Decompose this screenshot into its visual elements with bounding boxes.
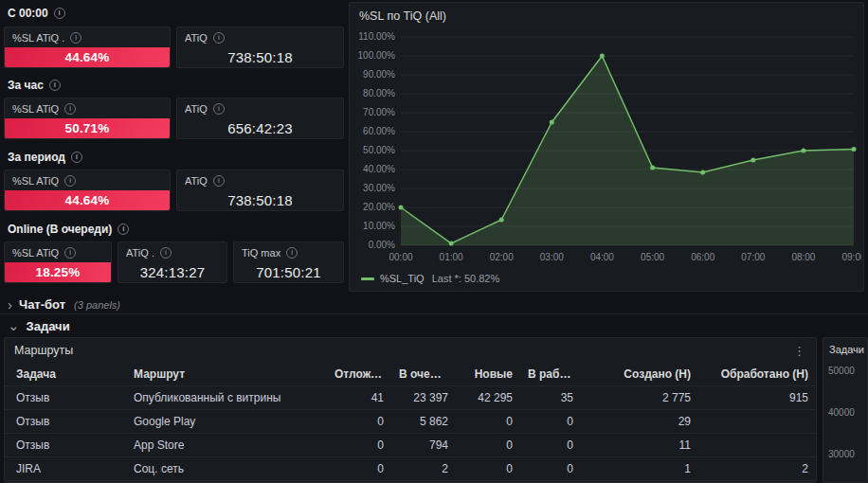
axis-tick-label: 40000 [828, 407, 855, 418]
row-toggle-chatbot[interactable]: › Чат-бот (3 panels) [0, 295, 868, 314]
panel-menu-icon[interactable]: ⋮ [790, 344, 808, 358]
info-icon[interactable]: i [160, 247, 172, 259]
info-icon[interactable]: i [64, 175, 76, 187]
svg-text:0.00%: 0.00% [369, 240, 395, 250]
section-label-period: За период i [8, 150, 82, 165]
svg-text:50.00%: 50.00% [363, 145, 395, 155]
info-icon[interactable]: i [71, 152, 82, 163]
info-icon[interactable]: i [70, 32, 81, 44]
svg-text:07:00: 07:00 [741, 252, 765, 262]
panel-title[interactable]: ATiQ . [126, 247, 154, 259]
table-cell: 0 [327, 434, 391, 457]
table-cell: Отзыв [5, 386, 126, 410]
timeseries-panel: %SL по TiQ (All) 0.00%10.00%20.00%30.00%… [349, 2, 864, 292]
table-cell [698, 434, 816, 457]
row-title: Задачи [27, 319, 70, 333]
info-icon[interactable]: i [213, 175, 225, 187]
panel-title[interactable]: Маршруты [14, 344, 73, 357]
table-cell: 23 397 [391, 386, 456, 410]
section-label-hour: За час i [8, 78, 61, 93]
stat-value: 18.25% [5, 262, 111, 282]
panel-title[interactable]: %SL по TiQ (All) [350, 3, 863, 23]
legend-last-value: Last *: 50.82% [432, 273, 500, 284]
panel-title[interactable]: ATiQ [185, 103, 208, 115]
svg-text:40.00%: 40.00% [363, 164, 395, 174]
table-cell: 0 [520, 410, 581, 434]
stat-value: 701:50:21 [234, 262, 343, 282]
panel-title[interactable]: Задачи (All [823, 338, 867, 355]
table-cell: 0 [456, 410, 520, 434]
section-label-online: Online (В очереди) i [8, 222, 129, 237]
stat-panel-atiq: ATiQ i 656:42:23 [176, 98, 344, 139]
panel-title[interactable]: %SL ATiQ [12, 247, 59, 259]
info-icon[interactable]: i [64, 247, 76, 259]
svg-text:00:00: 00:00 [389, 252, 412, 262]
table-header-row: ЗадачаМаршрутОтложеныВ очереди ↓НовыеВ р… [5, 363, 816, 386]
stat-value: 738:50:18 [177, 190, 343, 210]
info-icon[interactable]: i [213, 103, 225, 115]
table-cell: Отзыв [5, 434, 126, 457]
tasks-chart-panel: Задачи (All 50000 40000 30000 [823, 337, 868, 483]
column-header[interactable]: Новые [456, 363, 520, 386]
svg-text:08:00: 08:00 [791, 252, 815, 262]
table-cell: 35 [520, 386, 581, 410]
table-cell: 1 [581, 457, 698, 481]
info-icon[interactable]: i [213, 32, 225, 44]
routes-table-panel: Маршруты ⋮ ЗадачаМаршрутОтложеныВ очеред… [4, 337, 817, 483]
info-icon[interactable]: i [64, 103, 76, 115]
row-toggle-tasks[interactable]: ⌄ Задачи [0, 318, 868, 333]
svg-text:04:00: 04:00 [590, 252, 614, 262]
svg-text:20.00%: 20.00% [363, 202, 395, 212]
table-cell [698, 410, 816, 434]
table-row: ОтзывОпубликованный с витрины4123 39742 … [5, 386, 816, 410]
column-header[interactable]: Маршрут [126, 363, 327, 386]
section-label-from-midnight: С 00:00 i [8, 6, 65, 21]
column-header[interactable]: Обработано (Н) [698, 363, 816, 386]
stat-value: 656:42:23 [177, 118, 343, 138]
table-row: JIRAСоц. сеть020012 [5, 457, 816, 481]
column-header[interactable]: В работе [520, 363, 581, 386]
table-cell: 0 [456, 457, 520, 481]
chevron-right-icon: › [8, 299, 12, 311]
panel-title[interactable]: %SL ATiQ [12, 103, 59, 115]
stat-panel-sl-atiq: %SL ATiQ i 18.25% [4, 242, 112, 283]
table-cell: 2 [698, 457, 816, 481]
panel-title[interactable]: ATiQ [185, 32, 208, 44]
info-icon[interactable]: i [286, 247, 298, 259]
info-icon[interactable]: i [54, 8, 65, 19]
chevron-down-icon: ⌄ [8, 320, 20, 331]
svg-text:06:00: 06:00 [691, 252, 714, 262]
timeseries-plot[interactable]: 0.00%10.00%20.00%30.00%40.00%50.00%60.00… [353, 27, 861, 266]
table-cell: 2 [391, 457, 456, 481]
panel-title[interactable]: %SL ATiQ [12, 175, 59, 187]
info-icon[interactable]: i [49, 80, 61, 91]
legend-series-name[interactable]: %SL_TiQ [380, 273, 425, 284]
section-title: С 00:00 [8, 7, 48, 20]
table-cell: 0 [520, 457, 581, 481]
column-header[interactable]: В очереди ↓ [391, 363, 456, 386]
table-cell: App Store [126, 434, 327, 457]
stat-value: 50.71% [5, 118, 170, 138]
column-header[interactable]: Отложены [327, 363, 391, 386]
table-cell: 5 862 [391, 410, 456, 434]
table-cell: 794 [391, 434, 456, 457]
svg-text:90.00%: 90.00% [363, 69, 395, 80]
table-cell: 915 [698, 386, 816, 410]
panel-title[interactable]: ATiQ [185, 175, 208, 187]
table-cell: 11 [581, 434, 698, 457]
panel-title[interactable]: %SL ATiQ . [12, 32, 64, 44]
svg-text:70.00%: 70.00% [363, 107, 395, 117]
column-header[interactable]: Задача [5, 363, 126, 386]
panel-title[interactable]: TiQ max [242, 247, 280, 259]
table-cell: Соц. сеть [126, 457, 327, 481]
stat-panel-sl-atiq: %SL ATiQ i 50.71% [4, 98, 171, 139]
table-cell: 42 295 [456, 386, 520, 410]
legend-swatch [361, 277, 374, 280]
stat-value: 44.64% [5, 190, 170, 210]
info-icon[interactable]: i [118, 224, 129, 235]
column-header[interactable]: Создано (Н) [581, 363, 698, 386]
stat-panel-atiq: ATiQ i 738:50:18 [176, 27, 344, 68]
stat-value: 324:13:27 [118, 262, 226, 282]
svg-text:09:00: 09:00 [841, 252, 861, 262]
table-cell: Google Play [126, 410, 327, 434]
